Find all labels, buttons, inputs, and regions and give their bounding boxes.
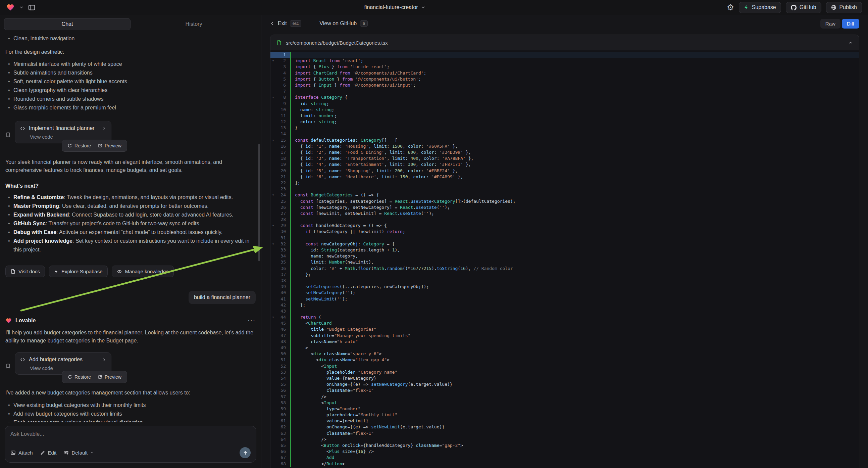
restore-button[interactable]: Restore — [64, 373, 94, 381]
fold-chevron-icon[interactable]: ▾ — [272, 241, 274, 247]
code-line: 7 — [271, 88, 859, 94]
bookmark-icon[interactable] — [5, 357, 11, 375]
manage-knowledge-button[interactable]: Manage knowledge — [112, 266, 174, 277]
tab-history[interactable]: History — [130, 18, 257, 30]
supabase-button[interactable]: Supabase — [739, 2, 781, 13]
preview-button[interactable]: Preview — [94, 373, 125, 381]
quick-actions: Visit docs Explore Supabase Manage knowl… — [5, 266, 256, 277]
code-line: 36 color: '#' + Math.floor(Math.random()… — [271, 266, 859, 272]
attach-button[interactable]: Attach — [10, 450, 33, 456]
code-header: Exit esc View on GitHub 6 Raw Diff — [261, 15, 868, 32]
project-switcher[interactable]: financial-future-creator — [364, 4, 426, 10]
code-line: 19 { id: '4', name: 'Entertainment', lim… — [271, 162, 859, 168]
code-lines: 1▾2import React from 'react';3import { P… — [271, 52, 859, 467]
code-line: 23 — [271, 186, 859, 192]
next-steps-list: Refine & Customize: Tweak the design, an… — [5, 193, 256, 254]
bullet-item: Rounded corners and subtle shadows — [5, 95, 256, 104]
card-title: Implement financial planner — [29, 125, 95, 131]
code-line: 27 const [newLimit, setNewLimit] = React… — [271, 210, 859, 216]
file-card: src/components/budget/BudgetCategories.t… — [270, 35, 859, 468]
preview-button[interactable]: Preview — [94, 142, 125, 149]
workspace-chevron-down-icon[interactable] — [19, 5, 24, 10]
globe-icon — [831, 5, 836, 10]
view-code-link[interactable]: View code — [30, 134, 106, 140]
code-line: 31 — [271, 235, 859, 241]
sliders-icon — [64, 450, 69, 455]
bullet-item: Subtle animations and transitions — [5, 68, 256, 77]
edit-button[interactable]: Edit — [40, 450, 57, 456]
model-selector[interactable]: Default — [64, 450, 94, 456]
code-line: 35 limit: Number(newLimit), — [271, 259, 859, 265]
view-mode-toggle: Raw Diff — [820, 19, 859, 29]
document-icon — [10, 269, 16, 274]
visit-docs-button[interactable]: Visit docs — [5, 266, 45, 277]
chat-tabs: Chat History — [4, 18, 257, 30]
next-step-item: Master Prompting: Use clear, detailed, a… — [5, 202, 256, 210]
user-message: build a financial planner — [189, 291, 256, 304]
exit-button[interactable]: Exit esc — [270, 20, 301, 27]
explore-supabase-button[interactable]: Explore Supabase — [49, 266, 108, 277]
code-line: 48 className="h-auto" — [271, 339, 859, 345]
bookmark-icon[interactable] — [5, 126, 11, 143]
file-header[interactable]: src/components/budget/BudgetCategories.t… — [271, 35, 859, 50]
composer[interactable]: Ask Lovable... Attach Edit — [5, 426, 256, 463]
code-line: 67 Add — [271, 455, 859, 461]
code-line: 62 onChange={(e) => setNewLimit(e.target… — [271, 424, 859, 430]
code-line: 63 className="flex-1" — [271, 430, 859, 436]
image-icon — [10, 450, 16, 455]
code-line: 43 — [271, 308, 859, 314]
github-button[interactable]: GitHub — [786, 2, 822, 13]
diff-toggle-button[interactable]: Diff — [842, 19, 859, 29]
card-title: Add budget categories — [29, 356, 83, 362]
composer-placeholder[interactable]: Ask Lovable... — [10, 431, 251, 437]
code-line: ▾24const BudgetCategories = () => { — [271, 192, 859, 198]
tool-card-wrap: Implement financial planner View code Re… — [5, 121, 256, 143]
raw-toggle-button[interactable]: Raw — [820, 19, 840, 29]
restore-icon — [67, 375, 72, 379]
code-editor[interactable]: 1▾2import React from 'react';3import { P… — [271, 50, 859, 468]
fold-chevron-icon[interactable]: ▾ — [272, 223, 274, 229]
message-menu-button[interactable]: ··· — [248, 317, 256, 324]
collapse-chevron-up-icon[interactable] — [848, 40, 853, 45]
summary-paragraph: Your sleek financial planner is now read… — [5, 158, 256, 174]
code-line: 68 </Button> — [271, 461, 859, 467]
fold-chevron-icon[interactable]: ▾ — [272, 192, 274, 198]
code-line: 41 setNewLimit(''); — [271, 296, 859, 302]
file-path: src/components/budget/BudgetCategories.t… — [286, 40, 388, 46]
code-line: 1 — [271, 52, 859, 58]
code-line: 33 id: String(categories.length + 1), — [271, 247, 859, 253]
tab-chat[interactable]: Chat — [4, 18, 130, 30]
chat-scrollbar[interactable] — [258, 144, 260, 261]
view-on-github-link[interactable]: View on GitHub 6 — [319, 20, 368, 27]
fold-chevron-icon[interactable]: ▾ — [272, 58, 274, 64]
lovable-heart-logo[interactable] — [6, 3, 15, 11]
bullet-item: Each category gets a unique color for vi… — [5, 418, 256, 422]
send-button[interactable] — [240, 447, 251, 458]
publish-button[interactable]: Publish — [826, 2, 862, 13]
code-line: 4import ChartCard from '@/components/ui/… — [271, 70, 859, 76]
code-line: ▾15const defaultCategories: Category[] =… — [271, 137, 859, 143]
code-line: 47 subtitle="Manage your spending limits… — [271, 333, 859, 339]
card-hover-toolbar: Restore Preview — [62, 140, 127, 152]
fold-chevron-icon[interactable]: ▾ — [272, 314, 274, 320]
code-line: 56 className="flex-1" — [271, 387, 859, 393]
bullet-item: Add new budget categories with custom li… — [5, 410, 256, 418]
restore-button[interactable]: Restore — [64, 142, 94, 149]
arrow-up-icon — [243, 450, 248, 456]
chat-message-list[interactable]: Clean, intuitive navigation For the desi… — [0, 30, 261, 422]
code-line: 65 <Button onClick={handleAddCategory} c… — [271, 442, 859, 448]
next-step-item: Add project knowledge: Set key context o… — [5, 237, 256, 254]
settings-gear-icon[interactable]: ⚙ — [727, 3, 734, 11]
code-line: 53 placeholder="Category name" — [271, 369, 859, 375]
code-line: 37 }; — [271, 272, 859, 277]
code-line: 38 — [271, 277, 859, 284]
code-line: 42 }; — [271, 302, 859, 308]
toggle-sidebar-icon[interactable] — [28, 4, 35, 11]
view-code-link[interactable]: View code — [30, 365, 106, 371]
fold-chevron-icon[interactable]: ▾ — [272, 137, 274, 143]
code-line: 17 { id: '2', name: 'Food & Dining', lim… — [271, 149, 859, 155]
next-step-item: Expand with Backend: Connect Supabase to… — [5, 210, 256, 219]
code-line: ▾2import React from 'react'; — [271, 58, 859, 64]
github-count-badge: 6 — [360, 20, 368, 27]
fold-chevron-icon[interactable]: ▾ — [272, 94, 274, 100]
